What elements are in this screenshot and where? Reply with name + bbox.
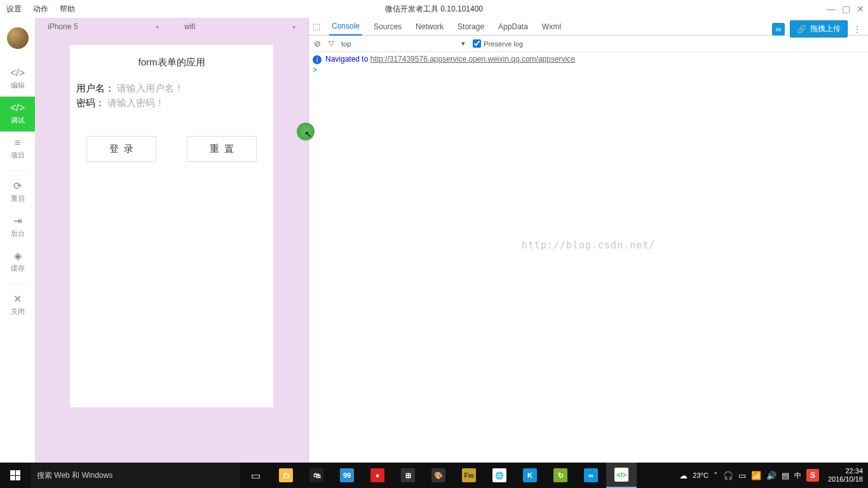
console-prompt[interactable]: > [313, 65, 864, 74]
network-select[interactable]: wifi ▾ [172, 22, 308, 31]
context-select[interactable]: top [341, 40, 351, 48]
tab-appdata[interactable]: AppData [496, 18, 531, 35]
taskbar-apps: ▭ 🗀 🛍 99 ● ⊞ 🎨 Fw 🌐 K ↻ ∞ </> [240, 463, 637, 488]
chevron-down-icon[interactable]: ▾ [461, 39, 465, 48]
background-icon: ⇥ [13, 216, 22, 226]
chevron-down-icon: ▾ [156, 24, 159, 30]
app-icon[interactable]: 🎨 [423, 463, 454, 488]
sidebar-edit[interactable]: </> 编辑 [0, 62, 35, 97]
store-icon[interactable]: 🛍 [301, 463, 332, 488]
wechat-devtools-icon[interactable]: </> [606, 463, 637, 488]
ime-indicator[interactable]: 中 [794, 471, 801, 480]
menu-help[interactable]: 帮助 [60, 4, 75, 15]
taskview-icon[interactable]: ▭ [240, 463, 271, 488]
login-button[interactable]: 登录 [86, 136, 156, 162]
debug-icon: </> [10, 103, 25, 113]
taskbar-search[interactable]: 搜索 Web 和 Windows [31, 463, 240, 488]
upload-toolbar: ∞ 🔗 拖拽上传 ⋮ [772, 20, 862, 37]
menu-bar: 设置 动作 帮助 微信开发者工具 0.10.101400 — ▢ ✕ [0, 0, 868, 18]
network-label: wifi [184, 22, 195, 31]
avatar[interactable] [7, 27, 29, 49]
battery-icon[interactable]: ▭ [738, 471, 746, 480]
volume-icon[interactable]: 🔊 [766, 471, 776, 480]
reset-button[interactable]: 重置 [187, 136, 257, 162]
password-label: 密码： [76, 97, 105, 109]
password-row: 密码： 请输入密码！ [70, 96, 273, 111]
phone-frame: form表单的应用 用户名： 请输入用户名！ 密码： 请输入密码！ 登录 重置 [70, 45, 273, 407]
sidebar-label: 关闭 [11, 307, 25, 316]
headphones-icon[interactable]: 🎧 [723, 471, 733, 480]
app-icon[interactable]: ● [362, 463, 393, 488]
clock-time: 22:34 [828, 467, 863, 475]
menu-settings[interactable]: 设置 [6, 4, 22, 15]
close-icon[interactable]: ✕ [857, 4, 864, 14]
clock-date: 2016/10/18 [828, 475, 863, 484]
tab-storage[interactable]: Storage [455, 18, 487, 35]
app-icon[interactable]: ∞ [576, 463, 606, 488]
sidebar-label: 项目 [11, 151, 25, 160]
nav-url-link[interactable]: http://317439576.appservice.open.weixin.… [370, 55, 575, 64]
tab-wxml[interactable]: Wxml [539, 18, 564, 35]
preserve-label: Preserve log [484, 40, 523, 48]
minimize-icon[interactable]: — [827, 4, 836, 14]
divider [8, 283, 27, 284]
link-icon: 🔗 [797, 25, 806, 34]
inspect-icon[interactable]: ⬚ [313, 22, 320, 31]
sidebar-label: 后台 [11, 229, 25, 238]
tab-console[interactable]: Console [329, 18, 362, 36]
password-input[interactable]: 请输入密码！ [107, 97, 165, 109]
wifi-icon[interactable]: 📶 [751, 471, 761, 480]
upload-button[interactable]: 🔗 拖拽上传 [790, 20, 848, 37]
app-icon[interactable]: K [515, 463, 545, 488]
windows-logo-icon [10, 470, 20, 480]
window-title: 微信开发者工具 0.10.101400 [385, 4, 483, 15]
sidebar-label: 缓存 [11, 264, 25, 273]
fireworks-icon[interactable]: Fw [454, 463, 484, 488]
preserve-log-checkbox[interactable]: Preserve log [473, 39, 523, 48]
sidebar-restart[interactable]: ⟳ 重启 [0, 175, 35, 210]
sidebar-label: 编辑 [11, 81, 25, 90]
start-button[interactable] [0, 463, 31, 488]
code-icon: </> [10, 68, 25, 78]
simulator-panel: iPhone 5 ▾ wifi ▾ form表单的应用 用户名： 请输入用户名！… [35, 18, 308, 463]
app-icon[interactable]: ↻ [545, 463, 576, 488]
divider [8, 170, 27, 171]
username-row: 用户名： 请输入用户名！ [70, 81, 273, 96]
calculator-icon[interactable]: ⊞ [393, 463, 423, 488]
upload-label: 拖拽上传 [810, 24, 841, 34]
menu-actions[interactable]: 动作 [33, 4, 48, 15]
more-icon[interactable]: ⋮ [853, 24, 862, 34]
tab-network[interactable]: Network [413, 18, 446, 35]
tray-chevron-icon[interactable]: ˄ [714, 471, 718, 480]
maximize-icon[interactable]: ▢ [842, 4, 850, 14]
weather-icon[interactable]: ☁ [679, 471, 688, 480]
filter-icon[interactable]: ▽ [329, 39, 334, 48]
sidebar-close[interactable]: ✕ 关闭 [0, 288, 35, 323]
chrome-icon[interactable]: 🌐 [484, 463, 515, 488]
sogou-ime-icon[interactable]: S [806, 469, 819, 482]
info-badge-icon: i [313, 55, 322, 64]
devtools-panel: ⬚ Console Sources Network Storage AppDat… [308, 18, 868, 463]
cache-icon: ◈ [14, 251, 22, 261]
console-output: i Navigated to http://317439576.appservi… [309, 52, 868, 463]
taskbar-clock[interactable]: 22:34 2016/10/18 [828, 467, 863, 484]
app-icon[interactable]: 99 [332, 463, 362, 488]
app-title: form表单的应用 [70, 51, 273, 81]
device-select[interactable]: iPhone 5 ▾ [35, 22, 172, 31]
clear-icon[interactable]: ⊘ [314, 39, 321, 48]
cloud-icon[interactable]: ∞ [772, 23, 785, 36]
explorer-icon[interactable]: 🗀 [271, 463, 301, 488]
sidebar-project[interactable]: ≡ 项目 [0, 132, 35, 166]
tab-sources[interactable]: Sources [371, 18, 404, 35]
sidebar-debug[interactable]: </> 调试 [0, 97, 35, 132]
close-icon: ✕ [13, 294, 22, 304]
sidebar-cache[interactable]: ◈ 缓存 [0, 245, 35, 280]
device-label: iPhone 5 [48, 22, 78, 31]
window-controls: — ▢ ✕ [827, 4, 864, 14]
windows-taskbar: 搜索 Web 和 Windows ▭ 🗀 🛍 99 ● ⊞ 🎨 Fw 🌐 K ↻… [0, 463, 868, 488]
username-input[interactable]: 请输入用户名！ [117, 83, 184, 95]
sidebar-background[interactable]: ⇥ 后台 [0, 210, 35, 245]
preserve-checkbox[interactable] [473, 39, 481, 48]
action-center-icon[interactable]: ▤ [782, 471, 789, 480]
chevron-down-icon: ▾ [292, 24, 295, 30]
